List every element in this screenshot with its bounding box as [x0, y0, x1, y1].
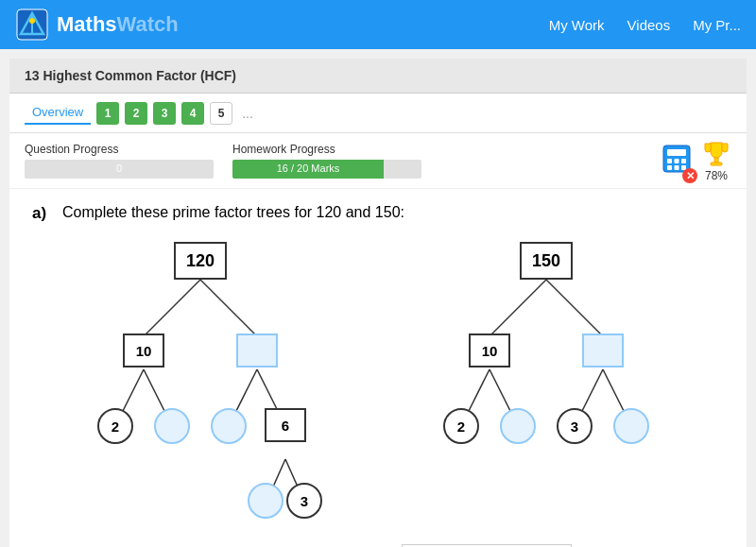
tab-1[interactable]: 1 — [96, 102, 119, 125]
progress-icons: ✕ 78% — [660, 139, 731, 182]
homework-progress-fill: 16 / 20 Marks — [232, 160, 384, 179]
tree2-left: 10 — [469, 333, 510, 368]
trophy-icon — [701, 139, 731, 169]
tree1-left-right-input[interactable] — [154, 408, 190, 444]
logo-icon — [15, 8, 49, 42]
svg-line-24 — [546, 280, 603, 336]
nav-videos[interactable]: Videos — [627, 17, 671, 33]
question-progress-section: Question Progress 0 — [25, 143, 214, 179]
svg-line-16 — [200, 280, 257, 336]
homework-progress-value: 16 / 20 Marks — [232, 162, 403, 174]
homework-progress-section: Homework Progress 16 / 20 Marks — [232, 143, 421, 179]
logo: MathsWatch — [15, 8, 179, 42]
tree2-left-right-input[interactable] — [500, 408, 536, 444]
tree2-right-left: 3 — [557, 408, 593, 444]
tab-ellipsis: ... — [238, 106, 257, 121]
question-area: a) Complete these prime factor trees for… — [9, 189, 747, 547]
tree1-right-left-input[interactable] — [211, 408, 247, 444]
tab-2[interactable]: 2 — [125, 102, 147, 125]
question-progress-bar: 0 — [25, 160, 214, 179]
calculator-container: ✕ — [660, 142, 694, 179]
question-a-label: a) — [32, 204, 55, 223]
tab-overview[interactable]: Overview — [25, 101, 91, 125]
tree-120: 120 10 2 6 3 — [82, 242, 328, 525]
progress-row: Question Progress 0 Homework Progress 16… — [9, 133, 747, 189]
svg-rect-7 — [667, 159, 672, 163]
question-progress-value: 0 — [25, 162, 214, 174]
tree1-right-right: 6 — [265, 408, 306, 442]
svg-line-23 — [490, 280, 546, 336]
homework-progress-label: Homework Progress — [232, 143, 421, 156]
tree1-root: 120 — [174, 242, 227, 280]
homework-progress-bar: 16 / 20 Marks — [232, 160, 421, 179]
svg-rect-6 — [667, 149, 686, 156]
svg-rect-13 — [714, 158, 718, 162]
svg-rect-9 — [681, 159, 686, 163]
header: MathsWatch My Work Videos My Pr... — [0, 0, 756, 49]
trophy-percentage: 78% — [705, 169, 728, 182]
tab-4[interactable]: 4 — [181, 102, 204, 125]
tree1-right-input[interactable] — [236, 333, 278, 368]
nav-my-work[interactable]: My Work — [549, 17, 605, 33]
svg-rect-10 — [667, 165, 672, 170]
tree1-left: 10 — [123, 333, 164, 368]
page-title: 13 Highest Common Factor (HCF) — [9, 59, 747, 94]
tabs-row: Overview 1 2 3 4 5 ... — [9, 94, 747, 133]
svg-rect-14 — [711, 162, 722, 165]
svg-line-15 — [144, 280, 200, 336]
tab-3[interactable]: 3 — [153, 102, 176, 125]
svg-rect-11 — [675, 165, 679, 170]
svg-point-4 — [29, 18, 35, 24]
nav-my-pr[interactable]: My Pr... — [693, 17, 741, 33]
tree1-6-left-input[interactable] — [248, 483, 284, 519]
tree2-right-input[interactable] — [582, 333, 624, 368]
tab-5[interactable]: 5 — [210, 102, 232, 125]
tree2-root: 150 — [520, 242, 573, 280]
main-content: 13 Highest Common Factor (HCF) Overview … — [9, 59, 747, 547]
trees-container: 120 10 2 6 3 — [32, 242, 724, 525]
tree-150: 150 10 2 3 — [428, 242, 674, 469]
tree-120-lines — [82, 242, 328, 525]
tree1-6-right: 3 — [286, 483, 322, 519]
question-a-text: Complete these prime factor trees for 12… — [62, 204, 404, 221]
logo-maths-text: Maths — [57, 12, 117, 36]
logo-watch-text: Watch — [117, 12, 179, 36]
tree2-left-left: 2 — [443, 408, 479, 444]
tree2-right-right-input[interactable] — [613, 408, 649, 444]
question-progress-label: Question Progress — [25, 143, 214, 156]
trophy-icon-container: 78% — [701, 139, 731, 182]
svg-rect-8 — [675, 159, 679, 163]
tree1-left-left: 2 — [97, 408, 133, 444]
header-nav: My Work Videos My Pr... — [549, 17, 741, 33]
question-a: a) Complete these prime factor trees for… — [32, 204, 724, 223]
calculator-x-badge: ✕ — [682, 168, 697, 183]
